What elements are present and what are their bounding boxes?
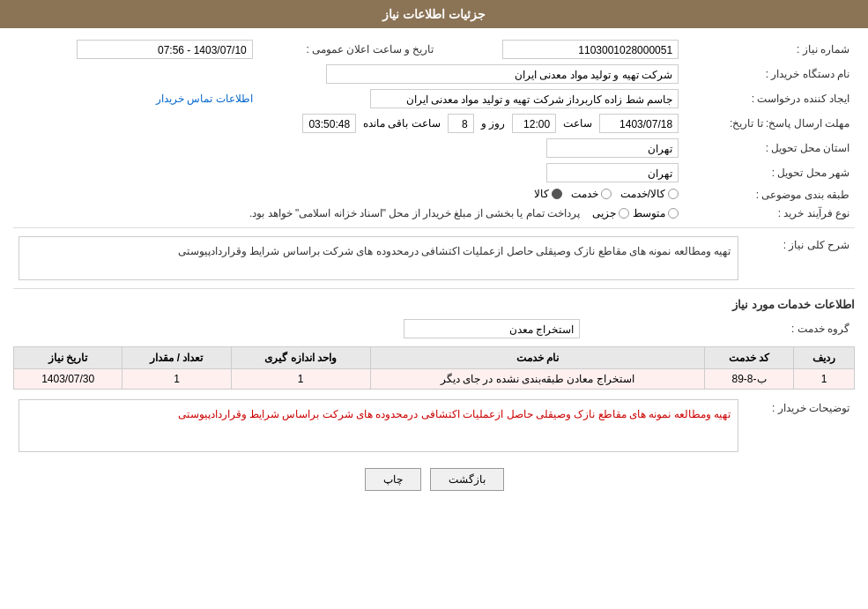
services-section-title: اطلاعات خدمات مورد نیاز [13,298,855,311]
td-service-name: استخراج معادن طبقه‌بندی نشده در جای دیگر [370,369,704,390]
th-unit: واحد اندازه گیری [231,347,370,369]
page-title: جزئیات اطلاعات نیاز [382,7,486,21]
city-label: شهر محل تحویل : [684,160,855,185]
button-row: بازگشت چاپ [13,468,855,491]
td-quantity: 1 [122,369,231,390]
reply-time-label: ساعت [563,117,592,130]
category-label: طبقه بندی موضوعی : [684,185,855,204]
need-number-value: 1103001028000051 [502,40,679,59]
reply-remaining-value: 03:50:48 [302,114,356,133]
description-label: شرح کلی نیاز : [744,234,855,283]
reply-remaining-label: ساعت باقی مانده [363,117,441,130]
table-row: 1ب-8-89استخراج معادن طبقه‌بندی نشده در ج… [14,369,855,390]
service-group-value: استخراج معدن [404,319,580,338]
purchase-type-note: پرداخت تمام یا بخشی از مبلغ خریدار از مح… [249,207,580,219]
td-row-num: 1 [794,369,855,390]
reply-deadline-label: مهلت ارسال پاسخ: تا تاریخ: [684,111,855,136]
td-unit: 1 [231,369,370,390]
contact-info-link[interactable]: اطلاعات تماس خریدار [156,93,253,105]
category-label-kala: کالا [534,188,549,200]
category-option-kala-khadamat[interactable]: کالا/خدمت [620,188,679,200]
print-button[interactable]: چاپ [365,468,421,491]
radio-circle-motavas [668,208,679,219]
th-need-date: تاریخ نیاز [14,347,122,369]
purchase-type-label-jozi: جزیی [592,207,616,219]
description-value: تهیه ومطالعه نمونه های مقاطع نازک وصیقلی… [19,236,738,280]
category-option-kala[interactable]: کالا [534,188,562,200]
buyer-org-label: نام دستگاه خریدار : [684,62,855,86]
announce-datetime-label: تاریخ و ساعت اعلان عمومی : [258,37,440,62]
province-value: تهران [546,138,679,158]
category-radio-group: کالا/خدمت خدمت کالا [534,188,679,200]
service-group-label: گروه خدمت : [585,316,855,341]
th-service-name: نام خدمت [370,347,704,369]
radio-circle-kala [552,189,562,199]
services-table: ردیف کد خدمت نام خدمت واحد اندازه گیری ت… [13,346,855,390]
buyer-org-value: شرکت تهیه و تولید مواد معدنی ایران [326,64,679,84]
th-service-code: کد خدمت [704,347,793,369]
need-number-label: شماره نیاز : [684,37,855,62]
back-button[interactable]: بازگشت [430,468,504,491]
td-service-code: ب-8-89 [704,369,793,390]
purchase-type-jozi[interactable]: جزیی [592,207,629,219]
th-row: ردیف [794,347,855,369]
announce-datetime-value: 1403/07/10 - 07:56 [77,40,253,59]
th-quantity: تعداد / مقدار [122,347,231,369]
radio-circle-jozi [619,208,629,219]
requester-value: جاسم شط زاده کاربرداز شرکت تهیه و تولید … [370,89,679,108]
province-label: استان محل تحویل : [684,136,855,160]
category-option-khadamat[interactable]: خدمت [571,188,612,200]
reply-days-value: 8 [448,114,474,133]
purchase-type-label-motavas: متوسط [633,207,665,219]
page-header: جزئیات اطلاعات نیاز [0,0,868,28]
category-label-kala-khadamat: کالا/خدمت [620,188,665,200]
reply-time-value: 12:00 [512,114,556,133]
purchase-type-label: نوع فرآیند خرید : [684,204,855,222]
city-value: تهران [546,163,679,182]
requester-label: ایجاد کننده درخواست : [684,86,855,111]
reply-date-value: 1403/07/18 [599,114,679,133]
purchase-type-motavas[interactable]: متوسط [633,207,679,219]
radio-circle-khadamat [601,189,612,199]
radio-circle-kala-khadamat [668,189,679,199]
category-label-khadamat: خدمت [571,188,598,200]
notes-value: تهیه ومطالعه نمونه های مقاطع نازک وصیقلی… [19,399,738,452]
notes-label: توضیحات خریدار : [744,397,855,455]
reply-days-label: روز و [481,117,505,130]
td-need-date: 1403/07/30 [14,369,122,390]
